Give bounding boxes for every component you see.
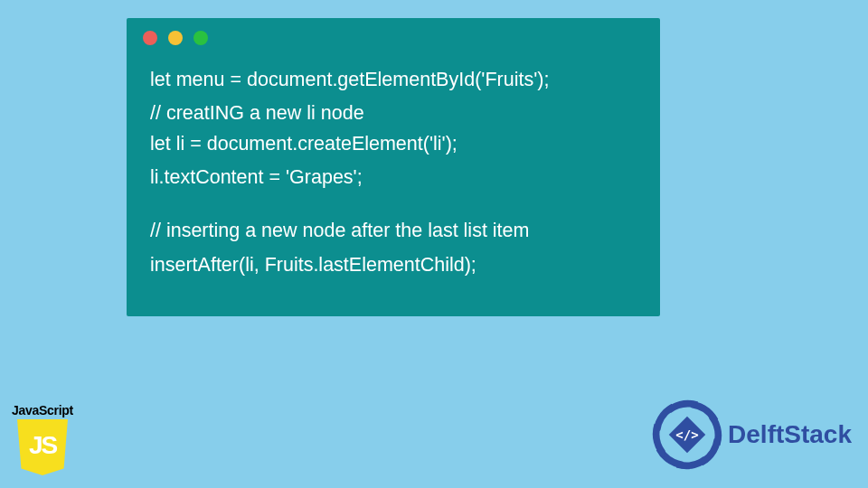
maximize-icon <box>193 31 208 45</box>
javascript-shield-icon: JS <box>17 419 68 475</box>
code-window: let menu = document.getElementById('Frui… <box>127 18 660 316</box>
window-traffic-lights <box>143 31 208 45</box>
code-block: let menu = document.getElementById('Frui… <box>150 65 642 280</box>
delftstack-logo-icon: </> <box>652 399 722 470</box>
code-line: let li = document.createElement('li'); <box>150 133 458 155</box>
code-line: li.textContent = 'Grapes'; <box>150 166 363 188</box>
javascript-label: JavaScript <box>9 403 76 418</box>
code-line: // inserting a new node after the last l… <box>150 220 529 241</box>
javascript-glyph: JS <box>29 431 56 460</box>
close-icon <box>143 31 157 45</box>
code-line: insertAfter(li, Fruits.lastElementChild)… <box>150 254 476 276</box>
code-line: let menu = document.getElementById('Frui… <box>150 69 549 90</box>
javascript-badge: JavaScript JS <box>9 403 76 475</box>
svg-text:</>: </> <box>675 427 698 442</box>
minimize-icon <box>168 31 183 45</box>
delftstack-name: DelftStack <box>728 420 852 449</box>
code-line: // creatING a new li node <box>150 102 364 124</box>
delftstack-badge: </> DelftStack <box>652 399 852 470</box>
